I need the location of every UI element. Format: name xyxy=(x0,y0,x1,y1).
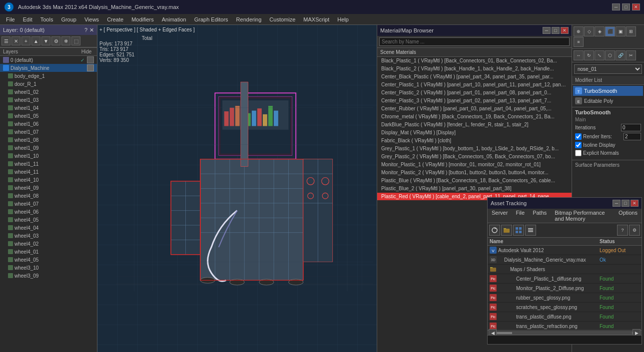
menu-views[interactable]: Views xyxy=(80,15,103,23)
at-menu-bitmap[interactable]: Bitmap Performance and Memory xyxy=(551,209,615,223)
mat-item-15[interactable]: Plastic_Blue ( VRayMtl ) [Back_Connector… xyxy=(377,177,572,185)
mod-editable-poly[interactable]: E Editable Poly xyxy=(573,96,643,106)
mat-browser-minimize[interactable]: ─ xyxy=(543,27,551,34)
mod-btn-move[interactable]: ↔ xyxy=(574,50,584,60)
menu-tools[interactable]: Tools xyxy=(36,15,57,23)
menu-file[interactable]: File xyxy=(2,15,19,23)
explicit-normals-checkbox[interactable] xyxy=(575,150,582,156)
mod-toolbar-btn-6[interactable]: ≡ xyxy=(574,37,584,47)
layer-item-door-r-1[interactable]: door_R_1 xyxy=(0,80,97,88)
layer-item-wheel4-07[interactable]: wheel4_07 xyxy=(0,200,97,208)
mod-toolbar-btn-2[interactable]: ◇ xyxy=(584,26,594,36)
layer-item-wheel4-04[interactable]: wheel4_04 xyxy=(0,224,97,232)
render-iters-input[interactable] xyxy=(624,133,641,140)
mat-item-16[interactable]: Plastic_Blue_2 ( VRayMtl ) [panel_part_3… xyxy=(377,185,572,193)
layer-item-wheel3-09[interactable]: wheel3_09 xyxy=(0,272,97,280)
menu-modifiers[interactable]: Modifiers xyxy=(127,15,158,23)
at-btn-help[interactable]: ? xyxy=(617,225,628,236)
iterations-input[interactable] xyxy=(621,124,641,131)
mod-toolbar-btn-3[interactable]: ◈ xyxy=(595,26,605,36)
ld-btn-freeze[interactable]: ❄ xyxy=(61,36,70,45)
mod-toolbar-btn-active[interactable]: ⬛ xyxy=(605,26,615,36)
layer-item-wheel4-10[interactable]: wheel4_10 xyxy=(0,176,97,184)
ld-btn-add[interactable]: + xyxy=(21,36,30,45)
layer-item-wheel4-05[interactable]: wheel4_05 xyxy=(0,216,97,224)
mat-item-7[interactable]: Chrome_metal ( VRayMtl ) [Back_Connector… xyxy=(377,113,572,121)
mat-browser-maximize[interactable]: □ xyxy=(552,27,560,34)
layer-item-body-edge-1[interactable]: body_edge_1 xyxy=(0,72,97,80)
mat-item-9[interactable]: Display_Mat ( VRayMtl ) [Display] xyxy=(377,129,572,137)
layer-item-wheel1-07[interactable]: wheel1_07 xyxy=(0,128,97,136)
layer-item-wheel3-10[interactable]: wheel3_10 xyxy=(0,264,97,272)
menu-rendering[interactable]: Rendering xyxy=(232,15,266,23)
layer-item-wheel1-09[interactable]: wheel1_09 xyxy=(0,144,97,152)
maximize-button[interactable]: □ xyxy=(622,3,630,10)
mat-item-14[interactable]: Monitor_Plastic_2 ( VRayMtl ) [button1, … xyxy=(377,169,572,177)
at-btn-1[interactable] xyxy=(489,225,500,236)
layer-item-wheel1-11[interactable]: wheel1_11 xyxy=(0,160,97,168)
menu-animation[interactable]: Animation xyxy=(158,15,190,23)
ld-btn-up[interactable]: ▲ xyxy=(31,36,40,45)
at-btn-settings[interactable]: ⚙ xyxy=(629,225,640,236)
mod-toolbar-btn-1[interactable]: ⊕ xyxy=(574,26,584,36)
isoline-checkbox[interactable] xyxy=(575,142,582,148)
layer-item-wheel4-02[interactable]: wheel4_02 xyxy=(0,240,97,248)
menu-group[interactable]: Group xyxy=(57,15,80,23)
viewport[interactable]: + [ Perspective ] [ Shaded + Edged Faces… xyxy=(97,25,377,352)
ld-btn-menu[interactable]: ☰ xyxy=(1,36,10,45)
at-btn-2[interactable] xyxy=(501,225,512,236)
mod-turbosmooth[interactable]: T TurboSmooth xyxy=(573,86,643,96)
at-scroll-thumb[interactable] xyxy=(497,332,512,334)
at-menu-file[interactable]: File xyxy=(512,209,529,223)
mat-item-6[interactable]: Center_Rubber ( VRayMtl ) [panel_part_03… xyxy=(377,105,572,113)
mat-browser-close[interactable]: ✕ xyxy=(561,27,569,34)
layer-item-wheel4-03[interactable]: wheel4_03 xyxy=(0,232,97,240)
layer-item-wheel1-03[interactable]: wheel1_03 xyxy=(0,96,97,104)
at-item-texture-5[interactable]: Pic trans_plastic_diffuse.png Found xyxy=(488,312,642,322)
mod-btn-link[interactable]: 🔗 xyxy=(616,50,626,60)
mod-toolbar-btn-4[interactable]: ▣ xyxy=(616,26,626,36)
at-scroll-track[interactable] xyxy=(497,332,633,335)
mat-item-0[interactable]: Black_Plastic_1 ( VRayMtl ) [Back_Connec… xyxy=(377,57,572,65)
mat-item-12[interactable]: Grey_Plastic_2 ( VRayMtl ) [Back_Connect… xyxy=(377,153,572,161)
close-button[interactable]: ✕ xyxy=(632,3,640,10)
mod-btn-unlink[interactable]: ✂ xyxy=(626,50,636,60)
menu-edit[interactable]: Edit xyxy=(19,15,36,23)
mod-toolbar-btn-5[interactable]: ⊞ xyxy=(626,26,636,36)
at-menu-paths[interactable]: Paths xyxy=(529,209,551,223)
ld-btn-hide[interactable]: ⬚ xyxy=(71,36,80,45)
mat-item-8[interactable]: DarkBlue_Plastic ( VRayMtl ) [fender_L, … xyxy=(377,121,572,129)
layer-item-wheel4-06[interactable]: wheel4_06 xyxy=(0,208,97,216)
mod-btn-scale[interactable]: ⤡ xyxy=(595,50,605,60)
at-item-texture-4[interactable]: Pic scratches_spec_glossy.png Found xyxy=(488,303,642,312)
layer-item-wheel1-02[interactable]: wheel1_02 xyxy=(0,88,97,96)
at-menu-server[interactable]: Server xyxy=(488,209,512,223)
mat-browser-search-input[interactable] xyxy=(379,37,570,46)
mat-item-2[interactable]: Center_Black_Plastic ( VRayMtl ) [panel_… xyxy=(377,73,572,81)
ld-btn-settings[interactable]: ⚙ xyxy=(51,36,60,45)
mat-item-3[interactable]: Center_Plastic_1 ( VRayMtl ) [panel_part… xyxy=(377,81,572,89)
at-maximize-button[interactable]: □ xyxy=(622,200,630,207)
at-menu-options[interactable]: Options xyxy=(615,209,642,223)
at-btn-4[interactable] xyxy=(525,225,536,236)
mat-item-11[interactable]: Grey_Plastic_1 ( VRayMtl ) [body_bottom_… xyxy=(377,145,572,153)
minimize-button[interactable]: ─ xyxy=(612,3,620,10)
ld-btn-delete[interactable]: ✕ xyxy=(11,36,20,45)
menu-help[interactable]: Help xyxy=(333,15,353,23)
render-iters-checkbox[interactable] xyxy=(575,133,582,140)
mat-item-13[interactable]: Monitor_Plastic_1 ( VRayMtl ) [monitor_0… xyxy=(377,161,572,169)
menu-customize[interactable]: Customize xyxy=(265,15,299,23)
layer-item-wheel4-09[interactable]: wheel4_09 xyxy=(0,184,97,192)
at-item-texture-1[interactable]: Pic Center_Plastic_1_diffuse.png Found xyxy=(488,274,642,284)
layer-item-wheel4-01[interactable]: wheel4_01 xyxy=(0,248,97,256)
menu-maxscript[interactable]: MAXScript xyxy=(299,15,333,23)
mod-btn-select[interactable]: ⬡ xyxy=(605,50,615,60)
layer-item-dialysis-machine[interactable]: Dialysis_Machine xyxy=(0,64,97,72)
at-item-vault[interactable]: V Autodesk Vault 2012 Logged Out xyxy=(488,246,642,255)
layer-item-wheel1-04[interactable]: wheel1_04 xyxy=(0,104,97,112)
at-item-maps-folder[interactable]: Maps / Shaders xyxy=(488,265,642,274)
at-item-texture-6[interactable]: Pic trans_plastic_refraction.png Found xyxy=(488,322,642,330)
layer-dialog-help-button[interactable]: ? xyxy=(84,27,87,33)
layer-item-wheel4-05b[interactable]: wheel4_05 xyxy=(0,256,97,264)
at-minimize-button[interactable]: ─ xyxy=(613,200,621,207)
